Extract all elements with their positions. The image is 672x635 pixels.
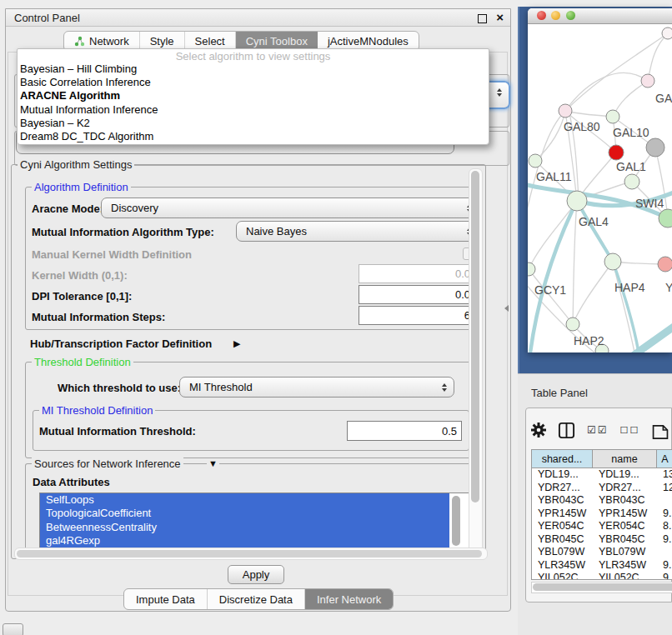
- network-node[interactable]: [659, 209, 672, 228]
- network-node-hap2[interactable]: [566, 318, 579, 331]
- node-label-gal10: GAL10: [613, 126, 649, 139]
- network-window-titlebar[interactable]: [528, 8, 672, 24]
- list-scrollbar[interactable]: [452, 496, 460, 546]
- dropdown-item[interactable]: Dream8 DC_TDC Algorithm: [18, 130, 489, 143]
- attribute-item[interactable]: SelfLoops: [40, 493, 449, 507]
- minimize-traffic-light-icon[interactable]: [551, 11, 560, 20]
- network-node-gal11[interactable]: [529, 154, 542, 168]
- dropdown-item[interactable]: Bayesian – Hill Climbing: [18, 62, 489, 76]
- attribute-item[interactable]: TopologicalCoefficient: [40, 507, 449, 520]
- cell: YER054C: [593, 520, 657, 533]
- table-row[interactable]: YDR27...YDR27...12: [532, 482, 672, 495]
- panel-corner-button[interactable]: [3, 623, 23, 635]
- settings-hscrollbar-track[interactable]: [14, 548, 488, 560]
- control-panel-title: Control Panel: [14, 12, 80, 24]
- table-row[interactable]: YBR045CYBR045C9.: [532, 533, 672, 547]
- dropdown-item[interactable]: Bayesian – K2: [18, 117, 489, 130]
- network-node-gal4[interactable]: [567, 191, 587, 211]
- table-row[interactable]: YLR345WYLR345W9.: [532, 559, 672, 572]
- cell: YDL19...: [593, 468, 657, 482]
- mi-steps-field[interactable]: 6: [359, 306, 475, 325]
- table-row[interactable]: YER054CYER054C8.: [532, 520, 672, 533]
- cell: 9.: [657, 559, 672, 572]
- kernel-width-field[interactable]: 0.0: [359, 264, 475, 283]
- network-node-gal10[interactable]: [606, 110, 619, 123]
- hub-definition-expander-label[interactable]: Hub/Transcription Factor Definition: [30, 338, 212, 350]
- tab-jactivemnodules-label: jActiveMNodules: [328, 35, 409, 48]
- node-label-gcy1: GCY1: [534, 283, 566, 297]
- apply-button[interactable]: Apply: [228, 565, 284, 584]
- which-threshold-combo[interactable]: MI Threshold: [179, 377, 454, 398]
- expand-right-icon[interactable]: ▶: [233, 338, 240, 349]
- dropdown-item[interactable]: Basic Correlation Inference: [18, 76, 489, 89]
- close-icon[interactable]: ×: [496, 10, 504, 24]
- network-node-hap4[interactable]: [604, 253, 621, 270]
- mi-steps-label: Mutual Information Steps:: [32, 311, 165, 323]
- dpi-tolerance-field[interactable]: 0.0: [359, 285, 475, 304]
- float-window-icon[interactable]: [478, 14, 487, 23]
- which-threshold-value: MI Threshold: [189, 381, 253, 393]
- table-hscrollbar-thumb[interactable]: [533, 583, 672, 591]
- network-view-window[interactable]: GAL GAL80 GAL10 GAL1 GAL11 SWI4 GAL4 GCY…: [528, 8, 672, 352]
- table-hscrollbar-track[interactable]: [531, 582, 672, 593]
- cell: YPR145W: [593, 508, 657, 521]
- combo-arrows-icon: [497, 88, 502, 97]
- table-row[interactable]: YBL079WYBL079W: [532, 546, 672, 559]
- mi-threshold-value: 0.5: [442, 425, 457, 438]
- attribute-item[interactable]: gal4RGexp: [40, 534, 449, 548]
- aracne-mode-value: Discovery: [111, 202, 158, 214]
- manual-kernel-label: Manual Kernel Width Definition: [32, 248, 192, 261]
- network-node[interactable]: [662, 28, 672, 39]
- table-panel-title: Table Panel: [531, 387, 588, 399]
- cell: 12: [657, 482, 672, 495]
- settings-hscrollbar-thumb[interactable]: [17, 550, 482, 558]
- attribute-item[interactable]: BetweennessCentrality: [40, 521, 449, 534]
- deselect-all-icon[interactable]: ☐☐: [620, 425, 640, 436]
- node-label-gal80: GAL80: [564, 120, 600, 133]
- settings-vscrollbar-thumb[interactable]: [471, 171, 479, 502]
- network-node-gal80[interactable]: [559, 104, 572, 118]
- dropdown-item-aracne[interactable]: ARACNE Algorithm: [18, 89, 489, 102]
- table-row[interactable]: YDL19...YDL19...13: [532, 468, 672, 482]
- data-attributes-list[interactable]: SelfLoops TopologicalCoefficient Between…: [39, 492, 471, 549]
- column-header-shared-name[interactable]: shared...: [532, 450, 593, 468]
- dropdown-item[interactable]: Mutual Information Inference: [18, 103, 489, 117]
- network-graph[interactable]: GAL GAL80 GAL10 GAL1 GAL11 SWI4 GAL4 GCY…: [528, 23, 672, 352]
- mi-type-combo[interactable]: Naive Bayes: [236, 221, 479, 242]
- aracne-mode-combo[interactable]: Discovery: [101, 198, 479, 218]
- node-label: GAL: [655, 92, 672, 105]
- cyni-settings-title: Cyni Algorithm Settings: [18, 158, 134, 171]
- tab-discretize-data-label: Discretize Data: [219, 593, 293, 606]
- gear-icon[interactable]: [531, 422, 546, 438]
- table-row[interactable]: YIL052CYIL052C9: [532, 572, 672, 580]
- table-row[interactable]: YPR145WYPR145W9.: [532, 508, 672, 521]
- network-node[interactable]: [641, 74, 654, 88]
- network-icon: [74, 36, 85, 47]
- network-node-gcy1[interactable]: [528, 262, 535, 276]
- settings-vscrollbar-track[interactable]: [469, 168, 483, 557]
- splitter-collapse-icon[interactable]: [504, 305, 509, 312]
- column-header-name[interactable]: name: [593, 450, 657, 468]
- network-node-swi4[interactable]: [624, 174, 639, 189]
- collapse-down-icon[interactable]: ▼: [207, 458, 219, 468]
- new-table-icon[interactable]: [651, 419, 669, 441]
- select-all-icon[interactable]: ☑☑: [587, 424, 609, 436]
- network-node[interactable]: [646, 138, 664, 157]
- control-panel-window: Control Panel × Network Style Select Cyn…: [5, 8, 511, 612]
- table-scroll-area[interactable]: shared... name A YDL19...YDL19...13 YDR2…: [531, 449, 672, 580]
- cell: YPR145W: [532, 508, 593, 521]
- columns-icon[interactable]: [558, 422, 575, 439]
- cell: YLR345W: [593, 559, 657, 572]
- column-header-cut[interactable]: A: [657, 450, 672, 468]
- control-panel-titlebar[interactable]: Control Panel ×: [6, 9, 510, 27]
- table-row[interactable]: YBR043CYBR043C: [532, 494, 672, 508]
- tab-impute-data[interactable]: Impute Data: [124, 589, 208, 609]
- close-traffic-light-icon[interactable]: [537, 11, 546, 20]
- mi-threshold-group-title: MI Threshold Definition: [39, 404, 155, 417]
- tab-infer-network[interactable]: Infer Network: [305, 589, 393, 609]
- network-node-gal1-selected[interactable]: [609, 145, 624, 160]
- zoom-traffic-light-icon[interactable]: [566, 11, 575, 20]
- network-node[interactable]: [658, 257, 672, 272]
- tab-discretize-data[interactable]: Discretize Data: [208, 589, 305, 609]
- mi-threshold-field[interactable]: 0.5: [347, 421, 462, 441]
